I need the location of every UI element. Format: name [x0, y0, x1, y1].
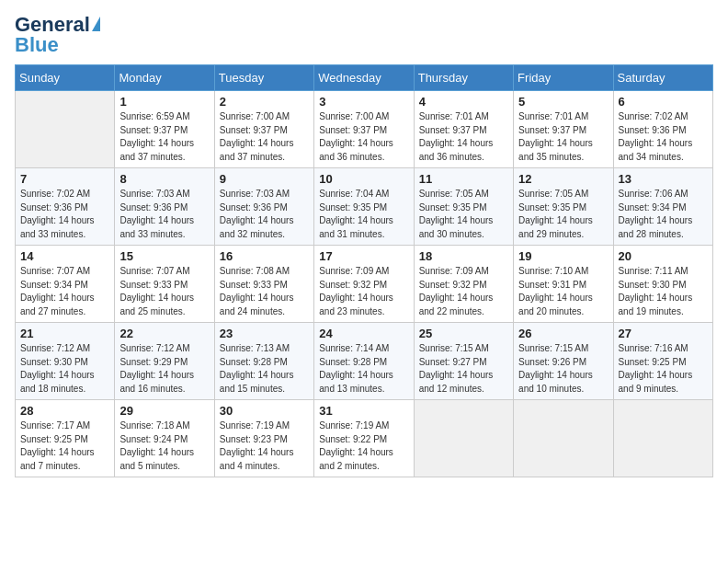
day-number: 3: [319, 95, 408, 109]
calendar-header-row: SundayMondayTuesdayWednesdayThursdayFrid…: [16, 65, 713, 91]
calendar-cell: 16Sunrise: 7:08 AMSunset: 9:33 PMDayligh…: [214, 246, 313, 323]
day-info: Sunrise: 7:07 AMSunset: 9:33 PMDaylight:…: [119, 265, 209, 318]
day-info: Sunrise: 7:05 AMSunset: 9:35 PMDaylight:…: [419, 188, 508, 241]
day-number: 21: [20, 327, 109, 340]
day-number: 6: [619, 95, 708, 109]
day-info: Sunrise: 7:08 AMSunset: 9:33 PMDaylight:…: [220, 265, 309, 318]
day-info: Sunrise: 7:05 AMSunset: 9:35 PMDaylight:…: [518, 188, 608, 241]
week-row-2: 14Sunrise: 7:07 AMSunset: 9:34 PMDayligh…: [16, 246, 713, 323]
calendar: SundayMondayTuesdayWednesdayThursdayFrid…: [15, 64, 713, 477]
day-info: Sunrise: 7:01 AMSunset: 9:37 PMDaylight:…: [419, 110, 508, 164]
day-number: 22: [119, 327, 209, 340]
page-header: General Blue: [15, 15, 713, 55]
day-number: 11: [419, 172, 508, 186]
day-number: 27: [619, 327, 708, 340]
day-number: 26: [518, 327, 608, 340]
calendar-cell: 19Sunrise: 7:10 AMSunset: 9:31 PMDayligh…: [514, 246, 613, 323]
calendar-cell: 15Sunrise: 7:07 AMSunset: 9:33 PMDayligh…: [115, 246, 214, 323]
day-info: Sunrise: 7:14 AMSunset: 9:28 PMDaylight:…: [319, 342, 408, 396]
day-number: 7: [20, 172, 109, 186]
calendar-cell: 13Sunrise: 7:06 AMSunset: 9:34 PMDayligh…: [613, 168, 712, 246]
day-info: Sunrise: 7:12 AMSunset: 9:29 PMDaylight:…: [119, 342, 209, 396]
day-number: 1: [119, 95, 209, 109]
calendar-cell: 8Sunrise: 7:03 AMSunset: 9:36 PMDaylight…: [115, 168, 214, 246]
day-number: 24: [319, 327, 408, 340]
day-number: 20: [619, 249, 708, 263]
day-number: 12: [518, 172, 608, 186]
day-info: Sunrise: 7:19 AMSunset: 9:23 PMDaylight:…: [220, 419, 309, 473]
day-number: 25: [419, 327, 508, 340]
day-number: 2: [220, 95, 309, 109]
day-info: Sunrise: 7:13 AMSunset: 9:28 PMDaylight:…: [220, 342, 309, 396]
logo-blue: Blue: [15, 35, 59, 55]
calendar-cell: 29Sunrise: 7:18 AMSunset: 9:24 PMDayligh…: [115, 400, 214, 477]
calendar-cell: 7Sunrise: 7:02 AMSunset: 9:36 PMDaylight…: [16, 168, 115, 246]
calendar-cell: 1Sunrise: 6:59 AMSunset: 9:37 PMDaylight…: [115, 91, 214, 168]
calendar-cell: [16, 91, 115, 168]
header-tuesday: Tuesday: [214, 65, 313, 91]
day-number: 15: [119, 249, 209, 263]
calendar-cell: 18Sunrise: 7:09 AMSunset: 9:32 PMDayligh…: [414, 246, 513, 323]
calendar-cell: 17Sunrise: 7:09 AMSunset: 9:32 PMDayligh…: [314, 246, 414, 323]
calendar-cell: 24Sunrise: 7:14 AMSunset: 9:28 PMDayligh…: [314, 323, 414, 400]
day-info: Sunrise: 6:59 AMSunset: 9:37 PMDaylight:…: [119, 110, 209, 164]
header-sunday: Sunday: [16, 65, 115, 91]
calendar-cell: 31Sunrise: 7:19 AMSunset: 9:22 PMDayligh…: [314, 400, 414, 477]
day-number: 29: [119, 404, 209, 418]
day-info: Sunrise: 7:02 AMSunset: 9:36 PMDaylight:…: [20, 188, 109, 241]
calendar-cell: 14Sunrise: 7:07 AMSunset: 9:34 PMDayligh…: [16, 246, 115, 323]
day-number: 19: [518, 249, 608, 263]
calendar-cell: 28Sunrise: 7:17 AMSunset: 9:25 PMDayligh…: [16, 400, 115, 477]
calendar-cell: 6Sunrise: 7:02 AMSunset: 9:36 PMDaylight…: [613, 91, 712, 168]
day-number: 18: [419, 249, 508, 263]
week-row-4: 28Sunrise: 7:17 AMSunset: 9:25 PMDayligh…: [16, 400, 713, 477]
calendar-cell: 27Sunrise: 7:16 AMSunset: 9:25 PMDayligh…: [613, 323, 712, 400]
calendar-cell: 3Sunrise: 7:00 AMSunset: 9:37 PMDaylight…: [314, 91, 414, 168]
week-row-1: 7Sunrise: 7:02 AMSunset: 9:36 PMDaylight…: [16, 168, 713, 246]
day-info: Sunrise: 7:12 AMSunset: 9:30 PMDaylight:…: [20, 342, 109, 396]
calendar-cell: 25Sunrise: 7:15 AMSunset: 9:27 PMDayligh…: [414, 323, 513, 400]
calendar-body: 1Sunrise: 6:59 AMSunset: 9:37 PMDaylight…: [16, 91, 713, 477]
day-info: Sunrise: 7:03 AMSunset: 9:36 PMDaylight:…: [119, 188, 209, 241]
day-number: 16: [220, 249, 309, 263]
header-wednesday: Wednesday: [314, 65, 414, 91]
day-info: Sunrise: 7:18 AMSunset: 9:24 PMDaylight:…: [119, 419, 209, 473]
day-info: Sunrise: 7:01 AMSunset: 9:37 PMDaylight:…: [518, 110, 608, 164]
day-number: 30: [220, 404, 309, 418]
day-number: 5: [518, 95, 608, 109]
day-info: Sunrise: 7:09 AMSunset: 9:32 PMDaylight:…: [419, 265, 508, 318]
calendar-cell: 10Sunrise: 7:04 AMSunset: 9:35 PMDayligh…: [314, 168, 414, 246]
day-number: 23: [220, 327, 309, 340]
day-info: Sunrise: 7:09 AMSunset: 9:32 PMDaylight:…: [319, 265, 408, 318]
header-monday: Monday: [115, 65, 214, 91]
day-number: 8: [119, 172, 209, 186]
day-info: Sunrise: 7:07 AMSunset: 9:34 PMDaylight:…: [20, 265, 109, 318]
day-number: 9: [220, 172, 309, 186]
calendar-cell: 20Sunrise: 7:11 AMSunset: 9:30 PMDayligh…: [613, 246, 712, 323]
day-info: Sunrise: 7:03 AMSunset: 9:36 PMDaylight:…: [220, 188, 309, 241]
day-info: Sunrise: 7:11 AMSunset: 9:30 PMDaylight:…: [619, 265, 708, 318]
day-number: 4: [419, 95, 508, 109]
day-info: Sunrise: 7:02 AMSunset: 9:36 PMDaylight:…: [619, 110, 708, 164]
day-info: Sunrise: 7:15 AMSunset: 9:26 PMDaylight:…: [518, 342, 608, 396]
calendar-cell: [414, 400, 513, 477]
calendar-cell: 11Sunrise: 7:05 AMSunset: 9:35 PMDayligh…: [414, 168, 513, 246]
day-info: Sunrise: 7:16 AMSunset: 9:25 PMDaylight:…: [619, 342, 708, 396]
logo: General Blue: [15, 15, 100, 55]
day-info: Sunrise: 7:10 AMSunset: 9:31 PMDaylight:…: [518, 265, 608, 318]
day-info: Sunrise: 7:00 AMSunset: 9:37 PMDaylight:…: [319, 110, 408, 164]
calendar-cell: 22Sunrise: 7:12 AMSunset: 9:29 PMDayligh…: [115, 323, 214, 400]
calendar-cell: 26Sunrise: 7:15 AMSunset: 9:26 PMDayligh…: [514, 323, 613, 400]
calendar-cell: [514, 400, 613, 477]
calendar-cell: 23Sunrise: 7:13 AMSunset: 9:28 PMDayligh…: [214, 323, 313, 400]
day-number: 31: [319, 404, 408, 418]
header-friday: Friday: [514, 65, 613, 91]
day-number: 28: [20, 404, 109, 418]
week-row-3: 21Sunrise: 7:12 AMSunset: 9:30 PMDayligh…: [16, 323, 713, 400]
day-info: Sunrise: 7:06 AMSunset: 9:34 PMDaylight:…: [619, 188, 708, 241]
day-number: 17: [319, 249, 408, 263]
calendar-cell: 12Sunrise: 7:05 AMSunset: 9:35 PMDayligh…: [514, 168, 613, 246]
calendar-cell: 21Sunrise: 7:12 AMSunset: 9:30 PMDayligh…: [16, 323, 115, 400]
day-info: Sunrise: 7:04 AMSunset: 9:35 PMDaylight:…: [319, 188, 408, 241]
day-info: Sunrise: 7:17 AMSunset: 9:25 PMDaylight:…: [20, 419, 109, 473]
